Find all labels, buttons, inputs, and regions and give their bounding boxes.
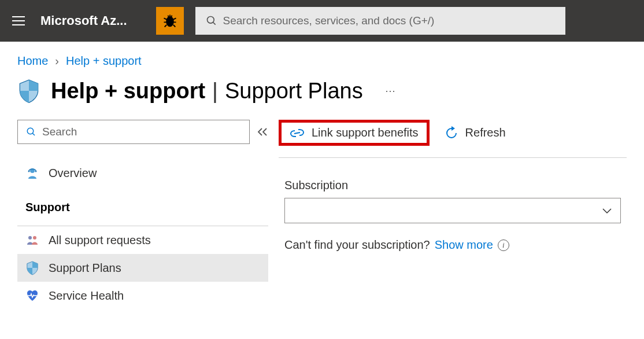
more-button[interactable]: ⋯ — [373, 84, 397, 97]
sidebar-item-overview[interactable]: Overview — [17, 159, 268, 187]
shield-icon — [26, 260, 39, 275]
sidebar-search[interactable] — [17, 120, 250, 144]
bug-icon — [162, 13, 178, 29]
sidebar-section-title: Support — [17, 187, 268, 222]
menu-button[interactable] — [8, 10, 29, 31]
svg-point-6 — [28, 236, 32, 239]
refresh-button[interactable]: Refresh — [443, 123, 507, 143]
link-support-benefits-button[interactable]: Link support benefits — [279, 120, 430, 146]
subscription-help-text: Can't find your subscription? Show more … — [284, 238, 621, 252]
svg-point-0 — [166, 17, 173, 26]
show-more-link[interactable]: Show more — [435, 238, 493, 252]
chevron-down-icon — [602, 207, 612, 214]
breadcrumb-link-home[interactable]: Home — [17, 54, 48, 68]
chevron-double-left-icon — [257, 127, 268, 137]
breadcrumb: Home › Help + support — [0, 42, 644, 73]
sidebar-item-support-plans[interactable]: Support Plans — [17, 254, 268, 282]
sidebar-item-label: All support requests — [49, 234, 151, 247]
page-title: Help + support | Support Plans — [51, 79, 363, 104]
shield-icon — [17, 78, 40, 104]
global-search-input[interactable] — [223, 14, 555, 27]
svg-point-5 — [35, 171, 37, 172]
people-icon — [25, 233, 39, 247]
svg-point-7 — [33, 236, 36, 239]
heart-pulse-icon — [25, 289, 39, 303]
info-icon[interactable]: i — [498, 239, 509, 251]
sidebar-item-label: Support Plans — [49, 261, 121, 275]
toolbar: Link support benefits Refresh — [279, 120, 627, 158]
svg-point-1 — [207, 17, 214, 24]
breadcrumb-link-help[interactable]: Help + support — [66, 54, 142, 68]
page-title-service: Help + support — [51, 79, 205, 104]
subscription-select[interactable] — [284, 198, 621, 223]
global-search[interactable] — [195, 7, 565, 35]
hamburger-icon — [12, 16, 25, 25]
bug-button[interactable] — [156, 7, 184, 35]
page-header: Help + support | Support Plans ⋯ — [0, 73, 644, 120]
toolbar-button-label: Refresh — [465, 126, 506, 139]
main-content: Link support benefits Refresh Subscripti… — [268, 120, 627, 309]
collapse-sidebar-button[interactable] — [257, 127, 268, 137]
person-headset-icon — [25, 166, 39, 180]
page-title-page: Support Plans — [225, 79, 363, 104]
search-icon — [206, 15, 217, 27]
sidebar: Overview Support All support requests — [17, 120, 268, 309]
svg-point-4 — [28, 171, 30, 172]
subscription-label: Subscription — [284, 179, 621, 192]
brand-label[interactable]: Microsoft Az... — [40, 13, 145, 28]
link-icon — [290, 127, 305, 139]
sidebar-search-input[interactable] — [42, 126, 241, 138]
sidebar-item-service-health[interactable]: Service Health — [17, 282, 268, 309]
search-icon — [26, 127, 36, 137]
svg-point-2 — [27, 128, 34, 134]
sidebar-item-label: Service Health — [49, 289, 124, 303]
sidebar-item-label: Overview — [49, 167, 97, 180]
sidebar-item-all-requests[interactable]: All support requests — [17, 226, 268, 254]
refresh-icon — [445, 126, 458, 140]
top-bar: Microsoft Az... — [0, 0, 644, 42]
toolbar-button-label: Link support benefits — [312, 126, 419, 139]
chevron-right-icon: › — [55, 54, 59, 68]
